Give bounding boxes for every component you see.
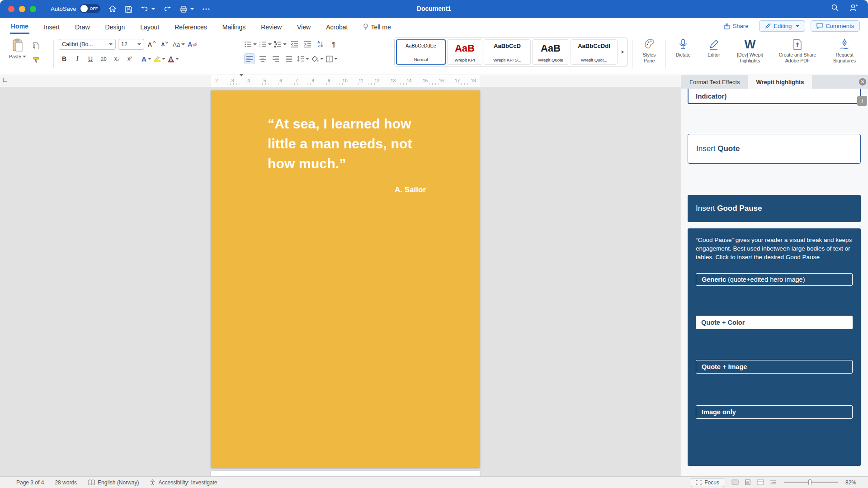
account-icon[interactable] bbox=[849, 4, 858, 12]
justify-button[interactable] bbox=[283, 53, 294, 64]
focus-button[interactable]: Focus bbox=[691, 478, 724, 487]
request-signatures-button[interactable]: Request Signatures bbox=[826, 38, 863, 63]
good-pause-image-only-button[interactable]: Image only bbox=[696, 405, 853, 419]
spellcheck-status[interactable]: English (Norway) bbox=[88, 479, 139, 486]
tab-stop-selector[interactable] bbox=[3, 78, 7, 82]
styles-gallery-more-button[interactable] bbox=[619, 39, 626, 65]
comments-button[interactable]: Comments bbox=[811, 20, 860, 32]
close-window-button[interactable] bbox=[8, 6, 14, 12]
document-page[interactable]: “At sea, I learned how little a man need… bbox=[211, 90, 480, 468]
increase-indent-button[interactable] bbox=[302, 39, 313, 50]
autosave-toggle[interactable]: OFF bbox=[80, 4, 100, 13]
change-case-button[interactable]: Aa bbox=[173, 39, 185, 50]
insert-indicator-button[interactable]: Indicator) bbox=[688, 89, 861, 104]
good-pause-quote-image-button[interactable]: Quote + Image bbox=[696, 360, 853, 374]
font-color-button[interactable]: A bbox=[168, 53, 179, 64]
page-indicator[interactable]: Page 3 of 4 bbox=[16, 479, 44, 486]
style-card-wrepit-kpi[interactable]: AaB Wrepit KPI bbox=[447, 39, 482, 65]
editing-button[interactable]: Editing bbox=[759, 20, 805, 32]
tab-review[interactable]: Review bbox=[260, 20, 283, 33]
grow-font-button[interactable]: A bbox=[146, 39, 157, 50]
print-dropdown-caret[interactable] bbox=[190, 8, 194, 10]
home-icon[interactable] bbox=[108, 4, 117, 14]
undo-button[interactable] bbox=[141, 4, 155, 14]
good-pause-generic-button[interactable]: Generic (quote+edited hero image) bbox=[696, 273, 853, 286]
word-count[interactable]: 28 words bbox=[55, 479, 77, 486]
accessibility-status[interactable]: Accessibility: Investigate bbox=[150, 479, 217, 486]
print-layout-icon[interactable] bbox=[744, 479, 751, 485]
multilevel-list-button[interactable] bbox=[274, 39, 287, 50]
minimize-window-button[interactable] bbox=[19, 6, 25, 12]
text-effects-button[interactable]: A bbox=[141, 53, 152, 64]
adobe-pdf-button[interactable]: Create and Share Adobe PDF bbox=[774, 38, 821, 63]
sort-button[interactable]: A Z bbox=[315, 39, 326, 50]
tab-wrepit-highlights[interactable]: Wrepit highlights bbox=[748, 75, 812, 89]
shrink-font-button[interactable]: A bbox=[160, 39, 170, 50]
bold-button[interactable]: B bbox=[59, 53, 70, 64]
tab-view[interactable]: View bbox=[296, 20, 311, 33]
insert-good-pause-header[interactable]: Insert Good Pause bbox=[688, 195, 861, 222]
style-card-wrepit-quot[interactable]: AaBbCcDdI Wrepit Quot... bbox=[571, 39, 618, 65]
style-card-wrepit-quote[interactable]: AaB Wrepit Quote bbox=[532, 39, 569, 65]
align-right-button[interactable] bbox=[270, 53, 281, 64]
tab-references[interactable]: References bbox=[174, 20, 208, 33]
info-icon[interactable]: i bbox=[857, 96, 867, 106]
save-icon[interactable] bbox=[125, 4, 132, 14]
undo-dropdown-caret[interactable] bbox=[151, 8, 155, 10]
tab-insert[interactable]: Insert bbox=[43, 20, 61, 33]
zoom-slider[interactable] bbox=[784, 482, 838, 483]
shading-button[interactable] bbox=[311, 53, 324, 64]
format-painter-button[interactable] bbox=[31, 55, 42, 66]
share-button[interactable]: Share bbox=[718, 21, 754, 31]
tab-home[interactable]: Home bbox=[10, 19, 29, 34]
clear-formatting-button[interactable]: A bbox=[187, 39, 198, 50]
highlight-button[interactable] bbox=[154, 53, 165, 64]
underline-button[interactable]: U bbox=[85, 53, 96, 64]
superscript-button[interactable]: x² bbox=[124, 53, 135, 64]
tab-layout[interactable]: Layout bbox=[139, 20, 160, 33]
italic-button[interactable]: I bbox=[72, 53, 83, 64]
editor-button[interactable]: Editor bbox=[702, 38, 726, 58]
decrease-indent-button[interactable] bbox=[289, 39, 300, 50]
close-pane-button[interactable] bbox=[859, 78, 866, 85]
styles-pane-button[interactable]: Styles Pane bbox=[637, 38, 662, 63]
zoom-percentage[interactable]: 82% bbox=[845, 479, 856, 486]
style-card-wrepit-kpi-s[interactable]: AaBbCcD Wrepit KPI S... bbox=[484, 39, 531, 65]
align-center-button[interactable] bbox=[257, 53, 268, 64]
tab-mailings[interactable]: Mailings bbox=[222, 20, 246, 33]
dictate-button[interactable]: Dictate bbox=[670, 38, 696, 58]
numbering-button[interactable] bbox=[259, 39, 272, 50]
insert-quote-button[interactable]: Insert Quote bbox=[688, 134, 861, 164]
outline-view-icon[interactable] bbox=[769, 479, 777, 485]
show-formatting-button[interactable]: ¶ bbox=[328, 39, 339, 50]
strikethrough-button[interactable]: ab bbox=[98, 53, 109, 64]
tab-format-text-effects[interactable]: Format Text Effects bbox=[681, 75, 748, 89]
document-canvas[interactable]: “At sea, I learned how little a man need… bbox=[0, 87, 681, 476]
copy-button[interactable] bbox=[31, 40, 42, 51]
zoom-slider-handle[interactable] bbox=[808, 479, 811, 485]
print-button[interactable] bbox=[179, 4, 194, 14]
adobe-pdf-label: Create and Share Adobe PDF bbox=[777, 52, 818, 63]
good-pause-quote-color-button[interactable]: Quote + Color bbox=[696, 316, 853, 329]
borders-button[interactable] bbox=[326, 53, 338, 64]
paste-button[interactable]: Paste bbox=[9, 38, 26, 66]
redo-button[interactable] bbox=[163, 4, 171, 14]
font-name-combobox[interactable]: Calibri (Bo... bbox=[59, 39, 116, 50]
search-icon[interactable] bbox=[831, 4, 839, 12]
read-mode-icon[interactable] bbox=[731, 479, 739, 485]
more-commands-button[interactable] bbox=[202, 4, 210, 14]
style-card-normal[interactable]: AaBbCcDdEe Normal bbox=[396, 39, 446, 65]
dev-wrepit-highlights-button[interactable]: W [Dev] Wrepit highlights bbox=[731, 38, 769, 63]
tab-tell-me[interactable]: Tell me bbox=[362, 20, 392, 33]
font-size-combobox[interactable]: 12 bbox=[118, 39, 144, 50]
align-left-button[interactable] bbox=[244, 53, 255, 64]
tab-draw[interactable]: Draw bbox=[74, 20, 91, 33]
bullets-button[interactable] bbox=[244, 39, 257, 50]
line-spacing-button[interactable] bbox=[297, 53, 309, 64]
ribbon-divider bbox=[390, 40, 390, 68]
web-layout-icon[interactable] bbox=[757, 479, 764, 485]
subscript-button[interactable]: x₂ bbox=[111, 53, 122, 64]
tab-design[interactable]: Design bbox=[104, 20, 126, 33]
tab-acrobat[interactable]: Acrobat bbox=[325, 20, 349, 33]
zoom-window-button[interactable] bbox=[30, 6, 36, 12]
